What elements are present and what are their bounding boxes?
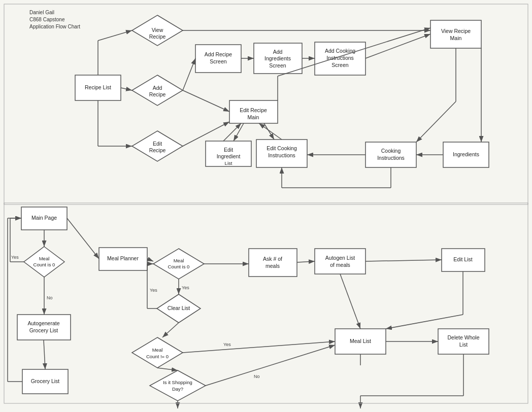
view-recipe-main-node xyxy=(430,20,481,48)
add-ingredients-label1: Add xyxy=(273,49,283,55)
grocery-list-label: Grocery List xyxy=(31,378,60,384)
yes-label-right: Yes xyxy=(182,285,189,290)
edit-recipe-label: Edit xyxy=(153,141,162,147)
svg-line-3 xyxy=(98,30,132,41)
svg-line-33 xyxy=(44,340,45,369)
svg-line-58 xyxy=(67,218,99,259)
meal-count-neq0-label2: Count != 0 xyxy=(146,354,169,359)
edit-recipe-main-label2: Main xyxy=(248,114,259,120)
yes-mealcount-label: Yes xyxy=(223,342,231,347)
add-ingredients-label3: Screen xyxy=(269,62,286,68)
yes-clear-label: Yes xyxy=(150,288,157,293)
add-cooking-label3: Screen xyxy=(331,62,348,68)
title-line1: Daniel Gail xyxy=(29,10,54,15)
view-recipe-main-label2: Main xyxy=(450,35,462,41)
autogen-meals-label1: Autogen List xyxy=(325,255,355,261)
svg-line-37 xyxy=(147,259,153,261)
edit-ingredient-label2: Ingredient xyxy=(217,153,241,159)
no-shopping-label: No xyxy=(254,374,260,379)
view-recipe-label2: Recipe xyxy=(149,33,166,40)
delete-list-label2: List xyxy=(459,341,468,348)
cooking-instructions-label2: Instructions xyxy=(377,155,405,161)
svg-line-4 xyxy=(121,88,132,90)
svg-line-40 xyxy=(365,260,442,261)
cooking-instructions-label1: Cooking xyxy=(381,148,401,154)
add-ingredients-label2: Ingredients xyxy=(264,55,291,61)
yes-label-left: Yes xyxy=(11,255,19,260)
svg-line-12 xyxy=(183,90,229,112)
delete-list-label1: Delete Whole xyxy=(447,334,479,340)
add-cooking-label2: Instructions xyxy=(326,55,354,61)
meal-planner-label: Meal Planner xyxy=(107,255,139,261)
svg-line-48 xyxy=(162,323,179,337)
svg-line-8 xyxy=(183,58,195,90)
add-recipe-label: Add xyxy=(153,85,162,91)
meal-count-0-right-label1: Meal xyxy=(174,258,184,263)
meal-list-label: Meal List xyxy=(350,338,371,344)
view-recipe-main-label1: View Recipe xyxy=(441,28,471,34)
svg-line-11 xyxy=(365,34,430,58)
main-page-label: Main Page xyxy=(31,215,57,221)
svg-line-43 xyxy=(386,315,463,329)
autogenerate-label1: Autogenerate xyxy=(27,320,59,326)
svg-rect-60 xyxy=(4,203,528,403)
shopping-day-label2: Day? xyxy=(172,386,183,392)
edit-cooking-label2: Instructions xyxy=(268,152,295,158)
flowchart-container: Daniel Gail C868 Capstone Application Fl… xyxy=(0,0,532,412)
svg-line-20 xyxy=(416,101,456,142)
svg-line-50 xyxy=(157,368,178,370)
title-line2: C868 Capstone xyxy=(29,17,65,22)
meal-count-0-left-label2: Count is 0 xyxy=(34,262,55,267)
add-recipe-screen-label1: Add Recipe xyxy=(205,51,232,57)
meal-count-neq0-label1: Meal xyxy=(152,347,163,353)
svg-line-39 xyxy=(297,261,315,262)
svg-line-22 xyxy=(259,123,282,140)
add-recipe-screen-label2: Screen xyxy=(210,58,226,64)
edit-ingredient-label3: List xyxy=(225,160,232,166)
no-label-left: No xyxy=(47,295,53,300)
title-line3: Application Flow Chart xyxy=(29,24,80,29)
edit-ingredient-label1: Edit xyxy=(224,147,233,153)
meal-count-0-left-label1: Meal xyxy=(39,256,50,261)
edit-recipe-main-label1: Edit Recipe xyxy=(240,107,267,113)
ingredients-label: Ingredients xyxy=(453,151,479,157)
edit-recipe-label2: Recipe xyxy=(149,147,166,153)
svg-line-49 xyxy=(183,341,335,353)
recipe-list-label: Recipe List xyxy=(85,84,111,90)
edit-list-label: Edit List xyxy=(453,256,472,262)
edit-cooking-label1: Edit Cooking xyxy=(267,145,297,151)
autogenerate-label2: Grocery List xyxy=(29,327,58,333)
meal-count-neq0-node xyxy=(132,337,183,368)
meal-count-0-right-label2: Count is 0 xyxy=(168,264,190,269)
shopping-day-label1: Is it Shopping xyxy=(163,380,192,385)
add-recipe-label2: Recipe xyxy=(149,91,166,97)
ask-meals-label1: Ask # of xyxy=(263,256,282,262)
svg-line-15 xyxy=(264,123,274,140)
svg-line-51 xyxy=(206,345,335,386)
svg-line-41 xyxy=(340,274,360,329)
ask-meals-label2: meals xyxy=(265,263,280,269)
view-recipe-label: View xyxy=(152,27,163,33)
clear-list-label: Clear List xyxy=(168,305,190,311)
autogen-meals-label2: of meals xyxy=(330,262,350,268)
